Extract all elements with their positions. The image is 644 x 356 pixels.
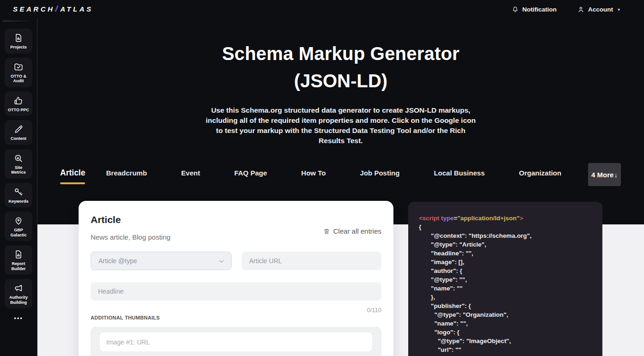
code-line: <script type="application/ld+json"> [419, 214, 592, 223]
sidebar-item-label: Authority Building [7, 295, 30, 305]
tab-article[interactable]: Article [60, 168, 85, 178]
article-type-placeholder: Article @type [98, 257, 137, 265]
megaphone-icon [13, 283, 24, 293]
tab-how-to[interactable]: How To [301, 169, 326, 177]
tab-breadcrumb[interactable]: Breadcrumb [106, 169, 147, 177]
code-content: <script type="application/ld+json">{ "@c… [419, 214, 592, 356]
code-line: "@type": "Article", [419, 240, 592, 249]
headline-counter: 0/110 [91, 307, 381, 314]
folder-check-icon [13, 62, 24, 72]
tab-job-posting[interactable]: Job Posting [360, 169, 400, 177]
page-title-line2: (JSON-LD) [37, 70, 644, 91]
more-tabs-label: 4 More [591, 171, 613, 179]
code-line: "@context": "https://schema.org", [419, 231, 592, 240]
sidebar-item-label: OTTO & Audit [7, 74, 30, 84]
page-description: Use this Schema.org structured data gene… [203, 105, 478, 146]
sidebar-item-content[interactable]: Content [5, 120, 32, 145]
sidebar-item-label: GBP Galactic [7, 228, 30, 237]
code-line: "@type": "Organization", [419, 310, 592, 319]
logo-text-atlas: ATLAS [60, 5, 93, 13]
more-tabs-button[interactable]: 4 More↓ [588, 163, 621, 186]
sidebar-item-label: OTTO PPC [8, 108, 29, 113]
article-form-card: Article News article, Blog posting Clear… [79, 201, 393, 356]
top-header: SEARCH/ATLAS Notification Account ▾ [0, 0, 644, 18]
card-title: Article [91, 215, 381, 225]
file-chart-icon [13, 33, 24, 43]
code-line: "@type": "", [419, 275, 592, 284]
hero-section: Schema Markup Generator (JSON-LD) Use th… [37, 18, 644, 224]
sidebar: ProjectsOTTO & AuditOTTO PPCContentSite … [0, 18, 37, 356]
clear-all-entries-button[interactable]: Clear all entries [323, 227, 381, 235]
code-line: "author": { [419, 266, 592, 275]
sidebar-item-label: Projects [10, 45, 27, 50]
code-line: "image": [], [419, 258, 592, 266]
bell-icon [511, 6, 519, 13]
sidebar-nav: ProjectsOTTO & AuditOTTO PPCContentSite … [0, 29, 37, 322]
trash-icon [323, 228, 330, 235]
json-ld-code-panel[interactable]: <script type="application/ld+json">{ "@c… [408, 202, 602, 356]
code-line: "logo": { [419, 328, 592, 337]
searchatlas-logo[interactable]: SEARCH/ATLAS [13, 4, 93, 14]
header-actions: Notification Account ▾ [511, 0, 620, 18]
article-url-input[interactable] [242, 252, 381, 270]
account-button[interactable]: Account ▾ [577, 6, 620, 13]
article-type-select[interactable]: Article @type [91, 252, 232, 270]
tab-event[interactable]: Event [181, 169, 200, 177]
notification-label: Notification [522, 6, 557, 13]
sidebar-item-label: Site Metrics [7, 165, 30, 175]
sidebar-item-label: Report Builder [7, 261, 30, 271]
clear-all-entries-label: Clear all entries [333, 227, 381, 235]
sidebar-item-site-metrics[interactable]: Site Metrics [5, 149, 32, 179]
code-line: "name": "" [419, 284, 592, 293]
tab-local-business[interactable]: Local Business [434, 169, 485, 177]
code-line: "publisher": { [419, 302, 592, 310]
image-1-url-input[interactable] [100, 332, 372, 351]
sidebar-item-projects[interactable]: Projects [5, 29, 32, 54]
map-pin-icon [13, 216, 24, 226]
code-line: }, [419, 293, 592, 302]
code-line: "name": "", [419, 319, 592, 328]
pencil-icon [13, 124, 24, 134]
sidebar-item-gbp-galactic[interactable]: GBP Galactic [5, 211, 32, 241]
sidebar-item-report-builder[interactable]: Report Builder [5, 245, 32, 275]
sidebar-item-label: Keywords [8, 199, 28, 204]
code-line: "url": "" [419, 345, 592, 354]
sidebar-item-authority-building[interactable]: Authority Building [5, 279, 32, 308]
chevron-down-icon [218, 258, 225, 265]
sidebar-item-otto-ppc[interactable]: OTTO PPC [5, 91, 32, 116]
account-label: Account [588, 6, 613, 13]
code-line: "@type": "ImageObject", [419, 337, 592, 345]
additional-thumbnails-label: ADDITIONAL THUMBNAILS [91, 315, 381, 321]
headline-input[interactable] [91, 282, 381, 301]
code-line: { [419, 223, 592, 231]
key-icon [13, 187, 24, 197]
code-line: "headline": "", [419, 249, 592, 258]
user-icon [577, 6, 585, 13]
tab-organization[interactable]: Organization [519, 169, 561, 177]
type-url-row: Article @type [91, 252, 381, 270]
code-line: } [419, 354, 592, 356]
logo-text-search: SEARCH [13, 5, 55, 13]
file-chart-icon [13, 249, 24, 259]
sidebar-item-otto-audit[interactable]: OTTO & Audit [5, 58, 32, 87]
page-title-line1: Schema Markup Generator [37, 43, 644, 64]
tab-bar: ArticleBreadcrumbEventFAQ PageHow ToJob … [60, 168, 588, 189]
chevron-down-icon: ▾ [618, 7, 620, 12]
search-metrics-icon [13, 153, 24, 163]
notification-button[interactable]: Notification [511, 6, 557, 13]
arrow-down-icon: ↓ [614, 171, 618, 179]
thumbs-up-icon [13, 96, 24, 106]
sidebar-item-label: Content [11, 136, 26, 141]
thumbnails-container [91, 327, 381, 356]
logo-slash: / [55, 4, 60, 13]
sidebar-item-keywords[interactable]: Keywords [5, 183, 32, 208]
sidebar-more-button[interactable]: ••• [14, 315, 23, 322]
tab-faq-page[interactable]: FAQ Page [234, 169, 267, 177]
